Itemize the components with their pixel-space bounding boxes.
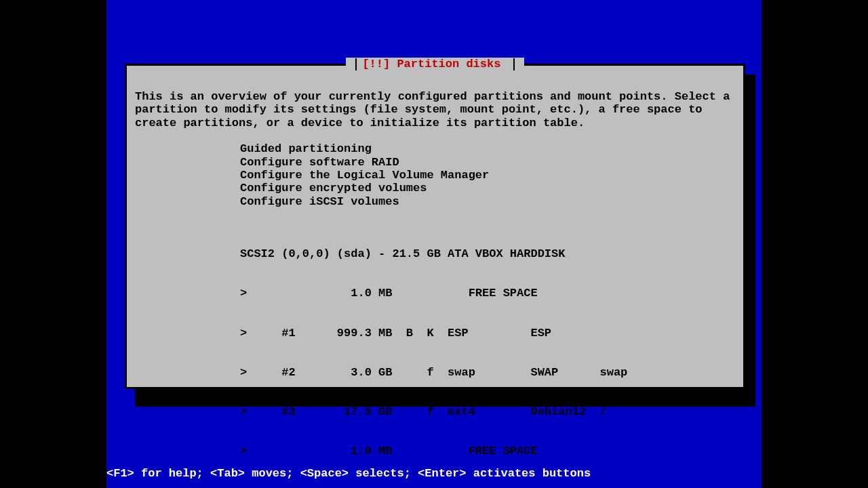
disk-section: SCSI2 (0,0,0) (sda) - 21.5 GB ATA VBOX H… <box>240 221 735 484</box>
dialog-title-bar: [!!] Partition disks <box>127 58 743 70</box>
menu-guided[interactable]: Guided partitioning <box>240 142 735 155</box>
help-footer: <F1> for help; <Tab> moves; <Space> sele… <box>106 467 591 480</box>
title-warn: [!!] <box>362 58 390 70</box>
dialog-content: This is an overview of your currently co… <box>127 66 743 488</box>
partition-row[interactable]: > #1 999.3 MB B K ESP ESP <box>240 327 735 340</box>
menu-raid[interactable]: Configure software RAID <box>240 156 735 169</box>
partition-row[interactable]: > #2 3.0 GB f swap SWAP swap <box>240 366 735 379</box>
disk-header[interactable]: SCSI2 (0,0,0) (sda) - 21.5 GB ATA VBOX H… <box>240 247 735 260</box>
title-text: Partition disks <box>390 58 507 70</box>
top-menu: Guided partitioning Configure software R… <box>240 142 735 208</box>
pillar-right <box>762 0 868 488</box>
menu-lvm[interactable]: Configure the Logical Volume Manager <box>240 169 735 182</box>
partition-row[interactable]: > #3 17.5 GB f ext4 Debian12 / <box>240 405 735 418</box>
partition-row[interactable]: > 1.0 MB FREE SPACE <box>240 445 735 458</box>
console-background: [!!] Partition disks This is an overview… <box>106 0 762 488</box>
dialog-title: [!!] Partition disks <box>346 58 524 70</box>
menu-iscsi[interactable]: Configure iSCSI volumes <box>240 195 735 208</box>
partition-row[interactable]: > 1.0 MB FREE SPACE <box>240 287 735 300</box>
partition-dialog: [!!] Partition disks This is an overview… <box>125 64 745 389</box>
intro-text: This is an overview of your currently co… <box>135 90 735 129</box>
menu-encrypt[interactable]: Configure encrypted volumes <box>240 182 735 195</box>
pillar-left <box>0 0 106 488</box>
